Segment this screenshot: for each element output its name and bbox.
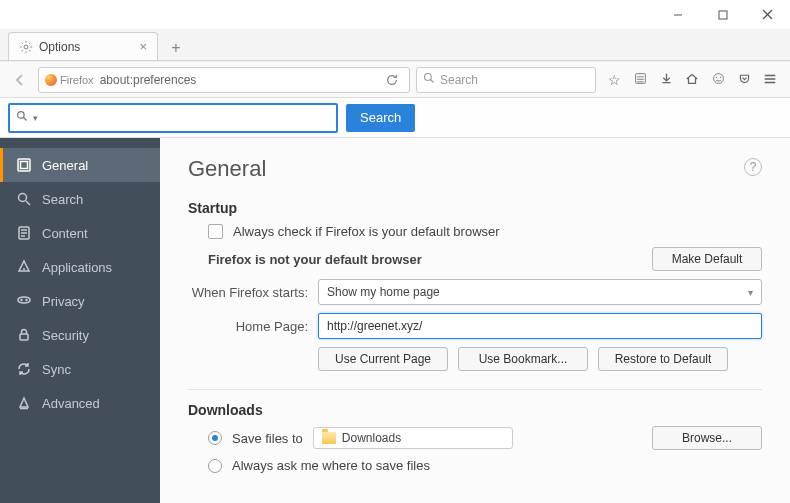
navigation-toolbar: Firefox about:preferences Search ☆ <box>0 62 790 98</box>
help-button[interactable]: ? <box>744 158 762 176</box>
row-always-check: Always check if Firefox is your default … <box>188 224 762 239</box>
firefox-icon <box>45 74 57 86</box>
sidebar-item-label: Sync <box>42 362 71 377</box>
home-page-label: Home Page: <box>188 319 308 334</box>
browse-button[interactable]: Browse... <box>652 426 762 450</box>
svg-rect-20 <box>21 162 28 169</box>
svg-point-11 <box>713 73 723 83</box>
extension-search-input[interactable]: ▾ <box>8 103 338 133</box>
use-bookmark-button[interactable]: Use Bookmark... <box>458 347 588 371</box>
window-titlebar <box>0 0 790 30</box>
svg-line-22 <box>26 201 30 205</box>
search-icon <box>16 110 29 126</box>
url-prefix: Firefox <box>60 74 94 86</box>
svg-point-27 <box>23 268 25 270</box>
svg-rect-30 <box>20 334 28 340</box>
search-bar[interactable]: Search <box>416 67 596 93</box>
sidebar-item-label: Security <box>42 328 89 343</box>
sidebar-item-content[interactable]: Content <box>0 216 160 250</box>
downloads-folder-name: Downloads <box>342 431 401 445</box>
when-starts-value: Show my home page <box>327 285 440 299</box>
reload-button[interactable] <box>381 69 403 91</box>
extension-search-button[interactable]: Search <box>346 104 415 132</box>
privacy-icon <box>16 293 32 309</box>
sidebar-item-label: Applications <box>42 260 112 275</box>
bookmark-star-icon[interactable]: ☆ <box>606 72 622 88</box>
sidebar-item-label: Search <box>42 192 83 207</box>
svg-point-29 <box>25 299 27 301</box>
home-icon[interactable] <box>684 72 700 88</box>
download-icon[interactable] <box>658 72 674 88</box>
svg-point-21 <box>19 194 27 202</box>
svg-point-12 <box>715 76 716 77</box>
always-check-label: Always check if Firefox is your default … <box>233 224 500 239</box>
always-ask-radio[interactable] <box>208 459 222 473</box>
page-title: General <box>188 156 762 182</box>
sidebar-item-label: General <box>42 158 88 173</box>
section-startup-title: Startup <box>188 200 762 216</box>
row-always-ask: Always ask me where to save files <box>188 458 762 473</box>
make-default-button[interactable]: Make Default <box>652 247 762 271</box>
minimize-button[interactable] <box>655 0 700 30</box>
search-icon <box>16 191 32 207</box>
smiley-icon[interactable] <box>710 72 726 88</box>
tab-close-icon[interactable]: × <box>139 39 147 54</box>
home-page-input[interactable] <box>318 313 762 339</box>
when-starts-label: When Firefox starts: <box>188 285 308 300</box>
preferences-sidebar: General Search Content Applications Priv… <box>0 138 160 503</box>
preferences-content: ? General Startup Always check if Firefo… <box>160 138 790 503</box>
sidebar-item-security[interactable]: Security <box>0 318 160 352</box>
svg-point-13 <box>719 76 720 77</box>
separator <box>188 389 762 390</box>
svg-line-18 <box>23 117 26 120</box>
list-icon[interactable] <box>632 72 648 88</box>
always-ask-label: Always ask me where to save files <box>232 458 430 473</box>
main-area: General Search Content Applications Priv… <box>0 138 790 503</box>
restore-default-button[interactable]: Restore to Default <box>598 347 728 371</box>
address-bar[interactable]: Firefox about:preferences <box>38 67 410 93</box>
sidebar-item-applications[interactable]: Applications <box>0 250 160 284</box>
not-default-text: Firefox is not your default browser <box>208 252 642 267</box>
sidebar-item-sync[interactable]: Sync <box>0 352 160 386</box>
sidebar-item-search[interactable]: Search <box>0 182 160 216</box>
new-tab-button[interactable]: + <box>162 36 190 60</box>
toolbar-icons: ☆ <box>602 72 782 88</box>
save-to-label: Save files to <box>232 431 303 446</box>
sidebar-item-advanced[interactable]: Advanced <box>0 386 160 420</box>
chevron-down-icon[interactable]: ▾ <box>33 113 38 123</box>
search-icon <box>423 72 435 87</box>
maximize-button[interactable] <box>700 0 745 30</box>
svg-point-4 <box>24 45 28 49</box>
general-icon <box>16 157 32 173</box>
lock-icon <box>16 327 32 343</box>
svg-point-5 <box>425 74 432 81</box>
identity-box: Firefox <box>45 74 94 86</box>
folder-icon <box>322 432 336 444</box>
svg-point-17 <box>18 111 25 118</box>
back-button[interactable] <box>8 68 32 92</box>
svg-point-28 <box>20 299 22 301</box>
advanced-icon <box>16 395 32 411</box>
home-page-buttons: Use Current Page Use Bookmark... Restore… <box>318 347 762 371</box>
downloads-folder-display[interactable]: Downloads <box>313 427 513 449</box>
sidebar-item-privacy[interactable]: Privacy <box>0 284 160 318</box>
save-to-radio[interactable] <box>208 431 222 445</box>
tab-options[interactable]: Options × <box>8 32 158 60</box>
sync-icon <box>16 361 32 377</box>
use-current-page-button[interactable]: Use Current Page <box>318 347 448 371</box>
sidebar-item-label: Privacy <box>42 294 85 309</box>
extension-search-toolbar: ▾ Search <box>0 98 790 138</box>
pocket-icon[interactable] <box>736 72 752 88</box>
close-button[interactable] <box>745 0 790 30</box>
when-starts-select[interactable]: Show my home page ▾ <box>318 279 762 305</box>
menu-icon[interactable] <box>762 72 778 88</box>
row-when-starts: When Firefox starts: Show my home page ▾ <box>188 279 762 305</box>
tab-label: Options <box>39 40 80 54</box>
sidebar-item-label: Advanced <box>42 396 100 411</box>
row-save-to: Save files to Downloads Browse... <box>188 426 762 450</box>
gear-icon <box>19 40 33 54</box>
always-check-checkbox[interactable] <box>208 224 223 239</box>
section-downloads-title: Downloads <box>188 402 762 418</box>
sidebar-item-general[interactable]: General <box>0 148 160 182</box>
chevron-down-icon: ▾ <box>748 287 753 298</box>
